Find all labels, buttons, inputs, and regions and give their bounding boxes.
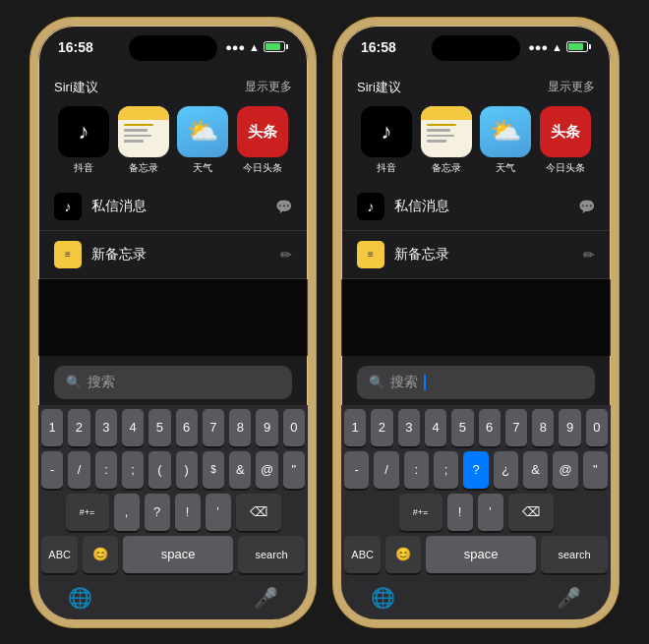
key-2-right[interactable]: 2 bbox=[371, 409, 392, 446]
key-amp-right[interactable]: & bbox=[523, 451, 548, 489]
key-slash-left[interactable]: / bbox=[68, 451, 89, 489]
app-icons-row-left: ♪ 抖音 备忘录 ⛅ 天气 bbox=[38, 102, 308, 183]
right-phone: 16:58 ●●● ▲ Siri建议 显示更多 ♪ bbox=[333, 18, 619, 627]
key-amp-left[interactable]: & bbox=[229, 451, 251, 489]
app-notes-left[interactable]: 备忘录 bbox=[118, 106, 169, 175]
key-3-left[interactable]: 3 bbox=[95, 409, 117, 446]
key-apos-left[interactable]: ' bbox=[206, 494, 231, 531]
key-7-left[interactable]: 7 bbox=[203, 409, 224, 446]
key-invquestion-right[interactable]: ¿ bbox=[494, 451, 518, 489]
key-comma-left[interactable]: , bbox=[114, 494, 140, 531]
key-rparen-left[interactable]: ) bbox=[176, 451, 198, 489]
key-emoji-left[interactable]: 😊 bbox=[83, 536, 118, 573]
search-magnifier-left: 🔍 bbox=[66, 375, 82, 389]
globe-icon-left[interactable]: 🌐 bbox=[68, 586, 92, 610]
key-5-right[interactable]: 5 bbox=[451, 409, 473, 446]
content-right: Siri建议 显示更多 ♪ 抖音 bbox=[341, 71, 611, 619]
key-at-left[interactable]: @ bbox=[256, 451, 277, 489]
app-toutiao-right[interactable]: 头条 今日头条 bbox=[540, 106, 591, 175]
search-placeholder-right: 搜索 bbox=[390, 374, 418, 391]
svg-text:♪: ♪ bbox=[382, 119, 392, 144]
key-5-left[interactable]: 5 bbox=[148, 409, 170, 446]
key-semi-right[interactable]: ; bbox=[434, 451, 458, 489]
mic-icon-left[interactable]: 🎤 bbox=[254, 586, 278, 610]
key-toggle-right[interactable]: #+= bbox=[399, 494, 442, 531]
app-douyin-left[interactable]: ♪ 抖音 bbox=[58, 106, 109, 175]
siri-more-right: 显示更多 bbox=[548, 79, 595, 95]
key-row-4-left: ABC 😊 space search bbox=[41, 536, 305, 573]
search-bar-left[interactable]: 🔍 搜索 bbox=[54, 366, 292, 399]
key-row-2-right: - / : ; ? ¿ & @ " bbox=[344, 451, 608, 489]
key-abc-left[interactable]: ABC bbox=[41, 536, 78, 573]
key-abc-right[interactable]: ABC bbox=[344, 536, 381, 573]
key-colon-right[interactable]: : bbox=[404, 451, 429, 489]
list-item-notes-left[interactable]: ≡ 新备忘录 ✏ bbox=[38, 231, 308, 279]
app-notes-right[interactable]: 备忘录 bbox=[421, 106, 472, 175]
key-dash-right[interactable]: - bbox=[344, 451, 369, 489]
key-9-left[interactable]: 9 bbox=[256, 409, 277, 446]
key-dash-left[interactable]: - bbox=[41, 451, 63, 489]
key-at-right[interactable]: @ bbox=[553, 451, 577, 489]
bottom-bar-left: 🌐 🎤 bbox=[38, 580, 308, 619]
toutiao-icon-left: 头条 bbox=[237, 106, 288, 157]
app-weather-right[interactable]: ⛅ 天气 bbox=[480, 106, 531, 175]
key-4-right[interactable]: 4 bbox=[425, 409, 446, 446]
notes-icon-right bbox=[421, 106, 472, 157]
key-delete-right[interactable]: ⌫ bbox=[508, 494, 554, 531]
key-4-left[interactable]: 4 bbox=[122, 409, 144, 446]
weather-icon-left: ⛅ bbox=[177, 106, 228, 157]
list-item-notes-right[interactable]: ≡ 新备忘录 ✏ bbox=[341, 231, 611, 279]
key-9-right[interactable]: 9 bbox=[559, 409, 580, 446]
key-6-right[interactable]: 6 bbox=[479, 409, 501, 446]
wifi-icon-left: ▲ bbox=[249, 41, 260, 53]
mic-icon-right[interactable]: 🎤 bbox=[557, 586, 581, 610]
siri-title-right: Siri建议 bbox=[357, 79, 401, 96]
key-7-right[interactable]: 7 bbox=[505, 409, 527, 446]
key-1-right[interactable]: 1 bbox=[344, 409, 366, 446]
key-colon-left[interactable]: : bbox=[95, 451, 117, 489]
app-icons-row-right: ♪ 抖音 备忘录 ⛅ 天气 bbox=[341, 102, 611, 183]
key-quote-left[interactable]: " bbox=[283, 451, 305, 489]
tiktok-list-icon-right: ♪ bbox=[357, 193, 384, 220]
globe-icon-right[interactable]: 🌐 bbox=[371, 586, 395, 610]
key-toggle-left[interactable]: #+= bbox=[66, 494, 109, 531]
keyboard-left: 1 2 3 4 5 6 7 8 9 0 - / : ; ( ) $ & @ bbox=[38, 405, 308, 580]
list-item-tiktok-left[interactable]: ♪ 私信消息 💬 bbox=[38, 183, 308, 231]
key-search-right[interactable]: search bbox=[541, 536, 608, 573]
notes-label-left: 备忘录 bbox=[129, 161, 158, 175]
key-2-left[interactable]: 2 bbox=[68, 409, 89, 446]
key-1-left[interactable]: 1 bbox=[41, 409, 63, 446]
key-exclaim-left[interactable]: ! bbox=[175, 494, 201, 531]
key-quote-right[interactable]: " bbox=[583, 451, 608, 489]
tiktok-list-icon-left: ♪ bbox=[54, 193, 82, 220]
app-toutiao-left[interactable]: 头条 今日头条 bbox=[237, 106, 288, 175]
app-douyin-right[interactable]: ♪ 抖音 bbox=[361, 106, 412, 175]
key-0-left[interactable]: 0 bbox=[283, 409, 305, 446]
key-row-3-right: #+= ! ' ⌫ bbox=[344, 494, 608, 531]
key-exclaim-right[interactable]: ! bbox=[447, 494, 473, 531]
app-weather-left[interactable]: ⛅ 天气 bbox=[177, 106, 228, 175]
siri-header-left: Siri建议 显示更多 bbox=[38, 71, 308, 102]
search-bar-right[interactable]: 🔍 搜索 bbox=[357, 366, 595, 399]
key-dollar-left[interactable]: $ bbox=[203, 451, 224, 489]
key-question-left[interactable]: ? bbox=[145, 494, 170, 531]
key-6-left[interactable]: 6 bbox=[176, 409, 198, 446]
key-search-left[interactable]: search bbox=[238, 536, 305, 573]
key-question-right[interactable]: ? bbox=[463, 451, 488, 489]
key-space-left[interactable]: space bbox=[123, 536, 233, 573]
key-apos-right[interactable]: ' bbox=[478, 494, 503, 531]
toutiao-label-right: 今日头条 bbox=[546, 161, 585, 175]
key-delete-left[interactable]: ⌫ bbox=[236, 494, 281, 531]
time-left: 16:58 bbox=[58, 39, 93, 55]
key-0-right[interactable]: 0 bbox=[586, 409, 608, 446]
key-lparen-left[interactable]: ( bbox=[148, 451, 170, 489]
key-semi-left[interactable]: ; bbox=[122, 451, 144, 489]
key-emoji-right[interactable]: 😊 bbox=[385, 536, 421, 573]
key-3-right[interactable]: 3 bbox=[398, 409, 420, 446]
list-item-tiktok-right[interactable]: ♪ 私信消息 💬 bbox=[341, 183, 611, 231]
key-8-left[interactable]: 8 bbox=[229, 409, 251, 446]
key-slash-right[interactable]: / bbox=[374, 451, 398, 489]
notes-icon-left bbox=[118, 106, 169, 157]
key-space-right[interactable]: space bbox=[426, 536, 536, 573]
key-8-right[interactable]: 8 bbox=[532, 409, 554, 446]
